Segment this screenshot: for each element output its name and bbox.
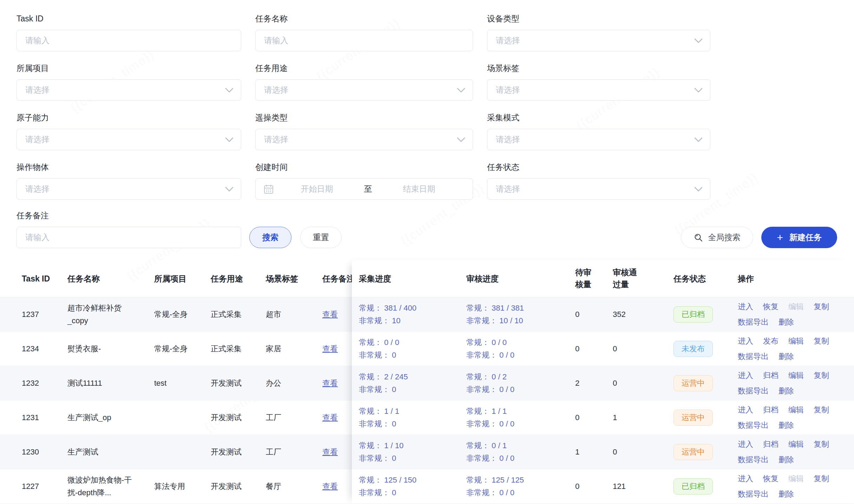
status-badge: 已归档: [674, 306, 713, 323]
op-link[interactable]: 进入: [738, 405, 753, 415]
scene-cell: 工厂: [266, 411, 322, 424]
reset-button[interactable]: 重置: [300, 227, 342, 248]
op-link[interactable]: 恢复: [763, 473, 779, 484]
filter-input[interactable]: [17, 178, 241, 200]
op-link[interactable]: 归档: [763, 439, 779, 450]
view-remark-link[interactable]: 查看: [322, 379, 338, 387]
new-task-label: 新建任务: [789, 232, 822, 243]
op-link[interactable]: 删除: [779, 351, 794, 362]
filter-field: 任务状态: [487, 163, 710, 200]
filter-label: 场景标签: [487, 64, 710, 72]
collect-abnormal: 非常规： 0: [359, 383, 459, 396]
op-link[interactable]: 复制: [814, 336, 829, 346]
approved-count-cell: 0: [606, 343, 666, 355]
op-link[interactable]: 进入: [738, 336, 753, 346]
view-remark-link[interactable]: 查看: [322, 344, 338, 353]
op-link[interactable]: 复制: [814, 473, 829, 484]
op-link[interactable]: 编辑: [788, 473, 804, 484]
op-link[interactable]: 发布: [763, 336, 779, 346]
filter-field: 设备类型: [487, 15, 710, 51]
review-progress-cell: 常规： 0 / 1 非常规： 0 / 0: [459, 439, 568, 465]
filter-input[interactable]: [255, 129, 473, 150]
filter-input[interactable]: [487, 30, 710, 51]
view-remark-link[interactable]: 查看: [322, 447, 338, 456]
view-remark-link[interactable]: 查看: [322, 310, 338, 319]
date-range-picker[interactable]: 至: [255, 178, 473, 200]
status-badge: 运营中: [674, 410, 713, 426]
filter-control: [487, 178, 710, 200]
filter-field: 操作物体: [17, 163, 241, 200]
op-link[interactable]: 删除: [779, 455, 794, 465]
filter-input[interactable]: [487, 79, 710, 101]
op-link[interactable]: 删除: [779, 489, 794, 499]
end-date-input[interactable]: [376, 184, 462, 194]
status-cell: 已归档: [666, 306, 731, 323]
op-link[interactable]: 删除: [779, 386, 794, 396]
op-link[interactable]: 进入: [738, 439, 753, 450]
task-name-cell: 生产测试: [67, 446, 154, 458]
operation-links: 进入 恢复 编辑 复制 数据导出 删除: [738, 301, 846, 327]
op-link[interactable]: 归档: [763, 405, 779, 415]
op-link[interactable]: 删除: [779, 317, 794, 327]
op-link[interactable]: 进入: [738, 473, 753, 484]
header-task-id: Task ID: [22, 272, 67, 285]
filter-label: Task ID: [17, 15, 241, 23]
header-status: 任务状态: [666, 272, 731, 285]
op-link[interactable]: 数据导出: [738, 386, 769, 396]
op-link[interactable]: 归档: [763, 370, 779, 381]
status-badge: 未发布: [674, 341, 713, 357]
op-link[interactable]: 编辑: [788, 301, 804, 312]
op-link[interactable]: 数据导出: [738, 351, 769, 362]
op-link[interactable]: 编辑: [788, 439, 804, 450]
filter-label: 创建时间: [255, 163, 473, 171]
new-task-button[interactable]: + 新建任务: [761, 227, 837, 248]
op-link[interactable]: 复制: [814, 370, 829, 381]
view-remark-link[interactable]: 查看: [322, 482, 338, 491]
filter-control: [17, 129, 241, 150]
filter-field: 原子能力: [17, 114, 241, 150]
date-range-separator: 至: [360, 184, 376, 194]
filter-control: [17, 178, 241, 200]
operation-links: 进入 发布 编辑 复制 数据导出 删除: [738, 336, 846, 362]
filter-input[interactable]: [17, 129, 241, 150]
status-badge: 已归档: [674, 478, 713, 495]
collect-abnormal: 非常规： 0: [359, 452, 459, 465]
remark-input[interactable]: [17, 227, 241, 248]
filter-input[interactable]: [487, 178, 710, 200]
op-link[interactable]: 数据导出: [738, 317, 769, 327]
collect-progress-cell: 常规： 1 / 10 非常规： 0: [352, 439, 459, 465]
op-link[interactable]: 复制: [814, 405, 829, 415]
filter-input[interactable]: [17, 30, 241, 51]
purpose-cell: 开发测试: [211, 446, 266, 458]
operations-cell: 进入 恢复 编辑 复制 数据导出 删除: [731, 301, 854, 327]
op-link[interactable]: 编辑: [788, 405, 804, 415]
op-link[interactable]: 数据导出: [738, 489, 769, 499]
view-remark-link[interactable]: 查看: [322, 413, 338, 422]
review-normal: 常规： 0 / 0: [466, 336, 568, 349]
op-link[interactable]: 复制: [814, 301, 829, 312]
op-link[interactable]: 恢复: [763, 301, 779, 312]
filter-input[interactable]: [255, 30, 473, 51]
op-link[interactable]: 数据导出: [738, 420, 769, 431]
filter-label: 所属项目: [17, 64, 241, 72]
collect-progress-cell: 常规： 2 / 245 非常规： 0: [352, 371, 459, 396]
global-search-button[interactable]: 全局搜索: [681, 227, 753, 248]
filter-input[interactable]: [255, 79, 473, 101]
operations-cell: 进入 恢复 编辑 复制 数据导出 删除: [731, 473, 854, 499]
search-button[interactable]: 搜索: [249, 227, 291, 248]
filter-actions-row: 任务备注 搜索 重置 全局搜索 + 新建任务: [17, 212, 854, 248]
operation-links: 进入 归档 编辑 复制 数据导出 删除: [738, 405, 846, 431]
op-link[interactable]: 数据导出: [738, 455, 769, 465]
search-icon: [694, 233, 703, 242]
filter-field: 采集模式: [487, 114, 710, 150]
start-date-input[interactable]: [274, 184, 360, 194]
op-link[interactable]: 编辑: [788, 370, 804, 381]
op-link[interactable]: 编辑: [788, 336, 804, 346]
op-link[interactable]: 复制: [814, 439, 829, 450]
review-progress-cell: 常规： 0 / 0 非常规： 0 / 0: [459, 336, 568, 362]
op-link[interactable]: 进入: [738, 301, 753, 312]
filter-input[interactable]: [17, 79, 241, 101]
filter-input[interactable]: [487, 129, 710, 150]
op-link[interactable]: 进入: [738, 370, 753, 381]
op-link[interactable]: 删除: [779, 420, 794, 431]
